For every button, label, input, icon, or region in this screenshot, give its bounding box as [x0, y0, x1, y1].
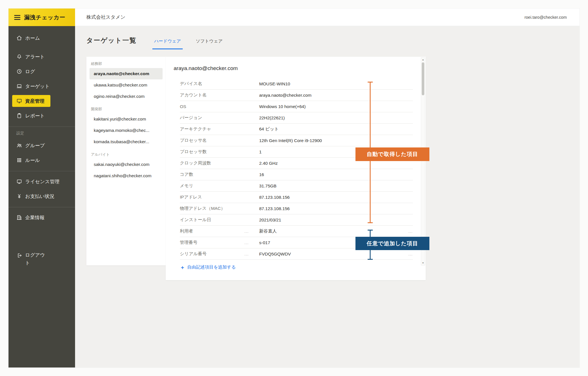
row-value: 22H2(22621)	[259, 115, 285, 121]
detail-row: インストール日2021/03/21	[180, 214, 413, 226]
sidebar-section-heading: 設定	[8, 130, 75, 138]
row-label: IPアドレス	[180, 194, 259, 200]
sidebar-item-label: ホーム	[25, 35, 40, 41]
laptop-icon	[16, 83, 22, 89]
row-label: 管理番号…	[180, 240, 259, 246]
user-list-item[interactable]: kageyama.momoko@chec...	[90, 125, 163, 136]
row-label-text: 物理アドレス（MAC）	[180, 206, 225, 212]
user-list-item[interactable]: kakitani.yuri@checker.com	[90, 113, 163, 125]
detail-row: デバイス名MOUSE-WIN10	[180, 78, 413, 90]
sidebar-item-company-info[interactable]: 企業情報	[8, 210, 75, 225]
row-value: Windows 10 home(×64)	[259, 104, 306, 109]
sidebar-item-asset-management[interactable]: 資産管理	[12, 95, 50, 107]
row-value: 64 ビット	[259, 126, 279, 132]
grid-icon	[16, 157, 22, 163]
row-label: デバイス名	[180, 81, 259, 87]
auto-items-annotation: 自動で取得した項目	[355, 147, 429, 161]
row-label: 物理アドレス（MAC）	[180, 206, 259, 212]
sidebar-item-log[interactable]: ログ	[8, 64, 75, 79]
row-label: OS	[180, 104, 259, 109]
tab-software[interactable]: ソフトウェア	[194, 38, 224, 49]
sidebar-item-license-management[interactable]: ライセンス管理	[8, 174, 75, 189]
user-list-item[interactable]: araya.naoto@checker.com	[90, 68, 163, 79]
detail-row: バージョン22H2(22621)	[180, 112, 413, 124]
plus-icon: ＋	[180, 265, 185, 270]
tab-hardware[interactable]: ハードウェア	[152, 38, 183, 49]
sidebar-item-label: ターゲット	[25, 83, 50, 90]
group-icon	[16, 143, 22, 148]
display-icon	[16, 179, 22, 184]
add-free-item-label: 自由記述項目を追加する	[187, 264, 236, 270]
row-label-menu-icon[interactable]: …	[244, 252, 249, 256]
sidebar-section: ライセンス管理お支払い状況	[8, 171, 75, 204]
user-list-item[interactable]: ukawa.katsu@checker.com	[90, 79, 163, 91]
sidebar-item-home[interactable]: ホーム	[8, 31, 75, 45]
detail-row: 利用者…新谷直人…	[180, 226, 413, 237]
sidebar-item-label: グループ	[25, 142, 45, 149]
row-value: FVDQ5GQWDV	[259, 252, 291, 257]
sidebar-item-payment-status[interactable]: お支払い状況	[8, 189, 75, 204]
sidebar-item-label: 企業情報	[25, 214, 44, 221]
row-label-text: アカウント名	[180, 92, 207, 98]
row-menu-icon[interactable]: …	[405, 252, 413, 256]
row-label-text: コア数	[180, 172, 193, 178]
scrollbar-up-icon[interactable]: ▲	[421, 58, 425, 62]
user-email[interactable]: roei.taro@checker.com	[525, 15, 567, 20]
sidebar-item-target[interactable]: ターゲット	[8, 79, 75, 94]
sidebar-item-logout[interactable]: ログアウト	[17, 251, 46, 267]
user-group-label: 開発部	[91, 107, 161, 112]
sidebar-item-label: 資産管理	[25, 98, 44, 104]
detail-title: araya.naoto@checker.com	[166, 57, 426, 78]
row-label: インストール日	[180, 217, 259, 223]
detail-row: OSWindows 10 home(×64)	[180, 101, 413, 112]
detail-row: アカウント名araya.naoto@checker.com	[180, 90, 413, 101]
row-label-text: メモリ	[180, 183, 193, 189]
detail-row: 物理アドレス（MAC）87.123.108.156	[180, 203, 413, 214]
row-value: s-017	[259, 240, 270, 245]
sidebar-item-label: ライセンス管理	[25, 178, 59, 185]
user-list-item[interactable]: ogino.reina@checker.com	[90, 91, 163, 102]
user-list-item[interactable]: sakai.naoyuki@checker.com	[90, 159, 163, 170]
monitor-icon	[16, 98, 22, 104]
row-menu-icon[interactable]: …	[405, 229, 413, 234]
sidebar: 漏洩チェッカー ホームアラートログターゲット資産管理レポート設定グループルールラ…	[8, 9, 75, 367]
row-label-text: OS	[180, 104, 186, 109]
row-label: バージョン	[180, 115, 259, 121]
scrollbar-thumb[interactable]	[422, 62, 424, 95]
row-value: 2.40 GHz	[259, 161, 278, 166]
company-name: 株式会社スタメン	[86, 14, 125, 20]
app-window: 漏洩チェッカー ホームアラートログターゲット資産管理レポート設定グループルールラ…	[8, 9, 580, 367]
row-label: 利用者…	[180, 228, 259, 234]
row-value: MOUSE-WIN10	[259, 81, 290, 86]
row-label: プロセッサ数	[180, 149, 259, 155]
row-label-text: クロック周波数	[180, 160, 211, 166]
scrollbar[interactable]: ▲ ▼	[421, 57, 425, 265]
row-value: 1	[259, 149, 262, 155]
scrollbar-down-icon[interactable]: ▼	[421, 261, 425, 265]
sidebar-item-report[interactable]: レポート	[8, 108, 75, 123]
row-value: araya.naoto@checker.com	[259, 93, 312, 98]
row-label-menu-icon[interactable]: …	[244, 240, 249, 245]
row-value: 87.123.108.156	[259, 206, 290, 211]
row-label-menu-icon[interactable]: …	[244, 229, 249, 234]
hamburger-menu-icon[interactable]	[14, 15, 20, 20]
user-list-item[interactable]: nagatani.shiho@checker.com	[90, 170, 163, 181]
row-label-text: デバイス名	[180, 81, 202, 87]
detail-row: プロセッサ名12th Gen Intel(R) Core i9-12900	[180, 135, 413, 146]
sidebar-nav: ホームアラートログターゲット資産管理レポート設定グループルールライセンス管理お支…	[8, 26, 75, 225]
sidebar-item-group[interactable]: グループ	[8, 138, 75, 153]
row-label: プロセッサ名	[180, 138, 259, 143]
tab-bar: ハードウェアソフトウェア	[152, 36, 224, 49]
add-free-item-link[interactable]: ＋ 自由記述項目を追加する	[180, 264, 236, 270]
clipboard-icon	[16, 113, 22, 119]
row-label-text: 管理番号	[180, 240, 197, 246]
row-label-text: プロセッサ名	[180, 138, 207, 143]
row-value: 2021/03/21	[259, 217, 281, 223]
row-value: 87.123.108.156	[259, 195, 290, 200]
sidebar-item-alert[interactable]: アラート	[8, 49, 75, 64]
row-label: クロック周波数	[180, 160, 259, 166]
user-list-item[interactable]: komada.tsubasa@checker...	[90, 136, 163, 147]
detail-row: アーキテクチャ64 ビット	[180, 124, 413, 135]
sidebar-item-rule[interactable]: ルール	[8, 153, 75, 168]
sidebar-item-label: ルール	[25, 157, 40, 164]
